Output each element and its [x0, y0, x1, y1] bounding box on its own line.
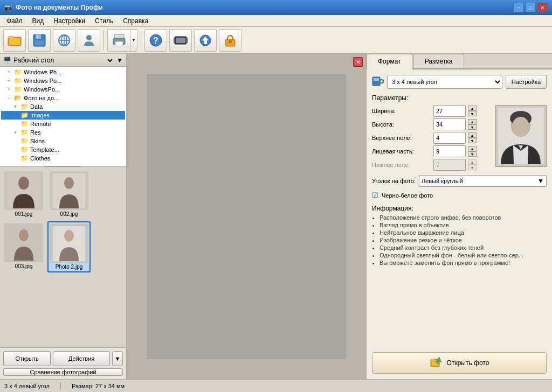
tab-format[interactable]: Формат — [367, 54, 412, 69]
open-btn[interactable]: Открыть — [3, 351, 51, 366]
thumbnail-image — [4, 171, 43, 210]
open-photo-btn[interactable]: Открыть фото — [372, 352, 547, 374]
width-down-btn[interactable]: ▼ — [468, 111, 477, 116]
width-spinner: ▲ ▼ — [468, 106, 477, 116]
print-dropdown-btn[interactable]: ▼ — [130, 29, 137, 52]
close-btn[interactable]: ✕ — [537, 3, 548, 12]
svg-point-42 — [512, 117, 529, 136]
svg-point-33 — [64, 230, 74, 242]
height-spinner: ▲ ▼ — [468, 119, 477, 130]
corner-value: Левый круглый — [422, 178, 537, 184]
info-section: Информация: Расположение строго анфас, б… — [372, 205, 547, 266]
info-item: Однородный светлый фон - белый или светл… — [380, 252, 547, 258]
face-down-btn[interactable]: ▼ — [468, 151, 477, 157]
bw-row: ☑ Черно-белое фото — [372, 191, 547, 199]
tree-item[interactable]: − 📂 Фото на до... — [1, 94, 125, 102]
tree-item[interactable]: + 📁 Res — [1, 128, 125, 137]
open-folder-btn[interactable] — [3, 29, 26, 52]
tree-item-images[interactable]: 📁 Images — [1, 111, 125, 120]
svg-rect-2 — [9, 38, 20, 45]
bottom-margin-label: Нижнее поле: — [372, 162, 431, 168]
tree-item[interactable]: 📁 Skins — [1, 137, 125, 145]
save-btn[interactable] — [28, 29, 51, 52]
thumbnail-item-selected[interactable]: Photo 2.jpg — [47, 221, 91, 272]
folder-icon: 📁 — [20, 111, 29, 119]
tree-header: 🖥️ Рабочий стол ▼ — [0, 54, 126, 67]
tree-dropdown-icon[interactable]: ▼ — [116, 57, 123, 64]
left-panel: 🖥️ Рабочий стол ▼ + 📁 Windows Ph... + 📁 — [0, 54, 127, 379]
info-item: Изображение резкое и чёткое — [380, 237, 547, 243]
menu-settings[interactable]: Настройки — [49, 16, 89, 26]
thumbnail-item[interactable]: 001.jpg — [2, 169, 45, 219]
top-margin-input[interactable] — [433, 132, 466, 144]
actions-btn[interactable]: Действия — [53, 351, 110, 366]
height-input[interactable] — [433, 118, 466, 130]
thumbnail-item[interactable]: 002.jpg — [47, 169, 91, 219]
format-select[interactable]: 3 x 4 левый угол — [387, 75, 502, 89]
connect-btn[interactable] — [53, 29, 75, 52]
statusbar: 3 x 4 левый угол Размер: 27 x 34 мм — [0, 379, 552, 392]
info-item: Взгляд прямо в объектив — [380, 222, 547, 228]
tree-item[interactable]: 📁 Clothes — [1, 154, 125, 163]
face-input[interactable] — [433, 145, 466, 157]
expand-icon[interactable]: + — [14, 130, 20, 135]
thumbnail-strip: 001.jpg 002.jpg — [0, 167, 126, 347]
menu-view[interactable]: Вид — [28, 16, 49, 26]
upload-btn[interactable] — [194, 29, 217, 52]
face-spinner: ▲ ▼ — [468, 146, 477, 157]
tree-item[interactable]: + 📁 Windows Po... — [1, 76, 125, 85]
bottom-margin-input — [433, 159, 466, 171]
format-row: 3 x 4 левый угол Настройка — [372, 75, 547, 89]
corner-select-container[interactable]: Левый круглый ▼ — [419, 175, 547, 187]
minimize-btn[interactable]: − — [513, 3, 524, 12]
width-input[interactable] — [433, 105, 466, 117]
height-up-btn[interactable]: ▲ — [468, 119, 477, 124]
top-up-btn[interactable]: ▲ — [468, 132, 477, 138]
compare-btn[interactable]: Сравнение фотографий — [3, 368, 123, 376]
actions-dropdown-btn[interactable]: ▼ — [112, 351, 123, 366]
tree-root-select[interactable] — [56, 57, 114, 64]
width-up-btn[interactable]: ▲ — [468, 106, 477, 111]
top-down-btn[interactable]: ▼ — [468, 138, 477, 143]
expand-icon[interactable]: − — [8, 95, 14, 101]
expand-icon[interactable]: + — [14, 104, 20, 109]
expand-icon[interactable]: + — [8, 69, 14, 75]
tree-item[interactable]: + 📁 Data — [1, 102, 125, 111]
canvas-close-btn[interactable]: ✕ — [353, 57, 363, 67]
tree-item[interactable]: + 📁 WindowsPo... — [1, 85, 125, 94]
thumbnail-item[interactable]: 003.jpg — [2, 221, 45, 272]
settings-btn[interactable]: Настройка — [506, 75, 547, 89]
face-up-btn[interactable]: ▲ — [468, 146, 477, 151]
corner-row: Уголок на фото: Левый круглый ▼ — [372, 175, 547, 187]
tree-item-remote[interactable]: 📁 Remote — [1, 120, 125, 128]
print-btn[interactable] — [107, 29, 130, 52]
thumbnail-image — [50, 224, 88, 263]
open-photo-icon — [430, 356, 443, 370]
statusbar-sep — [60, 382, 61, 390]
top-margin-spinner: ▲ ▼ — [468, 132, 477, 143]
folder-icon: 📁 — [20, 137, 29, 145]
params-label: Параметры: — [372, 94, 547, 102]
help-btn[interactable]: ? — [144, 29, 167, 52]
film-btn[interactable] — [169, 29, 192, 52]
menu-help[interactable]: Справка — [119, 16, 153, 26]
print-btn-group: ▼ — [107, 29, 137, 52]
tree-item[interactable]: 📁 Template... — [1, 145, 125, 154]
info-item: Расположение строго анфас, без поворотов — [380, 214, 547, 221]
maximize-btn[interactable]: □ — [525, 3, 536, 12]
shop-btn[interactable] — [219, 29, 242, 52]
info-list: Расположение строго анфас, без поворотов… — [372, 214, 547, 266]
svg-rect-5 — [37, 35, 38, 38]
expand-icon[interactable]: + — [8, 78, 14, 83]
svg-rect-21 — [176, 38, 185, 43]
menu-file[interactable]: Файл — [2, 16, 27, 26]
tab-markup[interactable]: Разметка — [413, 54, 464, 68]
person-btn[interactable] — [78, 29, 100, 52]
bottom-buttons: Открыть Действия ▼ Сравнение фотографий — [0, 347, 126, 379]
tree-folder-icon: 🖥️ — [3, 57, 11, 64]
tree-item[interactable]: + 📁 Windows Ph... — [1, 68, 125, 76]
height-down-btn[interactable]: ▼ — [468, 124, 477, 130]
expand-icon[interactable]: + — [8, 87, 14, 92]
menu-style[interactable]: Стиль — [91, 16, 118, 26]
titlebar: 📷 Фото на документы Профи − □ ✕ — [0, 0, 552, 15]
